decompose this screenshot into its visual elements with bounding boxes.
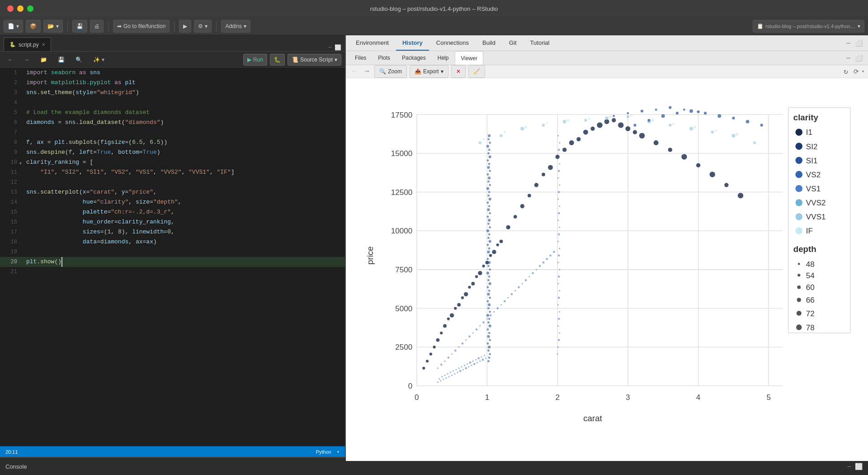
svg-point-52 — [496, 244, 499, 247]
line-number: 16 — [0, 217, 23, 227]
forward-nav-icon[interactable]: → — [362, 66, 372, 77]
tab-help[interactable]: Help — [432, 51, 454, 65]
tab-git[interactable]: Git — [503, 35, 523, 51]
find-button[interactable]: 🔍 — [71, 54, 86, 66]
run-button[interactable]: ▶ Run — [243, 54, 267, 66]
svg-text:1: 1 — [485, 393, 490, 402]
svg-point-44 — [468, 286, 471, 289]
maximize-button[interactable] — [27, 5, 33, 12]
tab-name: script.py — [19, 42, 39, 48]
svg-point-230 — [559, 248, 561, 249]
svg-point-181 — [437, 368, 439, 369]
svg-point-60 — [548, 165, 553, 170]
broom-button[interactable]: 🧹 — [468, 65, 485, 78]
plot-area: 17500 15000 12500 10000 7500 5000 2500 0… — [346, 78, 868, 461]
svg-point-42 — [461, 296, 464, 299]
back-button[interactable]: ← — [4, 54, 17, 66]
svg-point-153 — [447, 373, 448, 375]
svg-point-130 — [486, 187, 489, 190]
tab-build[interactable]: Build — [476, 35, 502, 51]
svg-point-290 — [697, 110, 700, 113]
svg-point-106 — [486, 272, 489, 275]
code-line-content: data=diamonds, ax=ax) — [23, 237, 345, 247]
svg-point-215 — [557, 353, 558, 355]
svg-point-231 — [557, 241, 559, 242]
tab-viewer[interactable]: Viewer — [455, 51, 483, 65]
table-row: 16 hue_order=clarity_ranking, — [0, 217, 345, 227]
line-number: 15 — [0, 207, 23, 217]
line-number: 3 — [0, 88, 23, 98]
tab-history[interactable]: History — [396, 35, 429, 51]
forward-button[interactable]: → — [20, 54, 33, 66]
svg-point-273 — [736, 133, 738, 136]
table-row: 5 # Load the example diamonds dataset — [0, 108, 345, 118]
code-line-content: import matplotlib.pyplot as plt — [23, 78, 345, 88]
save-editor-button[interactable]: 💾 — [54, 54, 69, 66]
export-button[interactable]: 📤 Export ▾ — [410, 65, 448, 78]
maximize-console-icon[interactable]: ⬜ — [855, 463, 863, 470]
export-label: Export — [423, 68, 439, 75]
python-file-icon: 🐍 — [9, 42, 16, 48]
code-line-content: "I1", "SI2", "SI1", "VS2", "VS1", "VVS2"… — [23, 167, 345, 177]
svg-text:48: 48 — [806, 260, 815, 269]
refresh-icon[interactable]: ↻ — [844, 67, 848, 76]
new-project-button[interactable]: 📦 — [26, 20, 41, 33]
minimize-panel-icon[interactable]: — — [845, 38, 852, 48]
svg-point-213 — [550, 255, 552, 257]
svg-point-261 — [483, 138, 485, 141]
tab-close-icon[interactable]: ✕ — [42, 42, 45, 47]
svg-point-98 — [487, 300, 489, 303]
broom-icon: 🧹 — [473, 68, 480, 75]
svg-point-101 — [488, 290, 491, 292]
tab-files[interactable]: Files — [349, 51, 372, 65]
svg-point-281 — [732, 117, 735, 119]
table-row: 10 ▼ clarity_ranking = [ — [0, 157, 345, 167]
svg-point-265 — [567, 119, 570, 122]
svg-point-191 — [472, 332, 474, 334]
show-in-files-button[interactable]: 📁 — [36, 54, 51, 66]
tab-tutorial[interactable]: Tutorial — [524, 35, 556, 51]
addins-button[interactable]: Addins ▾ — [221, 20, 250, 33]
svg-point-92 — [488, 322, 490, 324]
maximize-panel-icon[interactable]: ⬜ — [853, 38, 864, 49]
source-script-button[interactable]: 📜 Source Script ▾ — [288, 54, 341, 66]
code-area[interactable]: 1 import seaborn as sns 2 import matplot… — [0, 68, 345, 446]
settings-button[interactable]: ⚙ ▾ — [194, 20, 212, 33]
line-number: 19 — [0, 247, 23, 257]
svg-point-195 — [486, 318, 488, 320]
print-button[interactable]: 🖨 — [90, 20, 104, 33]
svg-point-217 — [558, 339, 560, 342]
svg-point-79 — [725, 183, 729, 187]
svg-text:0: 0 — [415, 393, 419, 402]
code-line-content: f, ax = plt.subplots(figsize=(6.5, 6.5)) — [23, 138, 345, 147]
run-all-button[interactable]: ▶ — [179, 20, 191, 33]
table-row: 11 "I1", "SI2", "SI1", "VS2", "VS1", "VV… — [0, 167, 345, 177]
tab-plots[interactable]: Plots — [373, 51, 396, 65]
project-button[interactable]: 📋 rstudio-blog – post/rstudio-v1.4-pytho… — [753, 20, 864, 33]
minimize-viewer-icon[interactable]: — — [845, 52, 852, 63]
back-nav-icon[interactable]: ← — [349, 66, 359, 77]
delete-plot-button[interactable]: ✕ — [451, 65, 466, 78]
tab-environment[interactable]: Environment — [349, 35, 395, 51]
maximize-viewer-icon[interactable]: ⬜ — [853, 52, 864, 64]
go-to-file-button[interactable]: ➡ Go to file/function — [113, 20, 170, 33]
new-file-button[interactable]: 📄 ▾ — [4, 20, 23, 33]
sync-icon[interactable]: ⟳ — [854, 68, 859, 76]
code-tools-button[interactable]: ✨ ▾ — [89, 54, 108, 66]
table-row: 18 data=diamonds, ax=ax) — [0, 237, 345, 247]
minimize-button[interactable] — [17, 5, 24, 12]
svg-point-143 — [489, 142, 491, 144]
collapse-editor-icon[interactable]: — — [329, 44, 332, 51]
language-dropdown-icon[interactable]: ▾ — [337, 449, 340, 455]
minimize-console-icon[interactable]: — — [848, 463, 851, 470]
close-button[interactable] — [7, 5, 14, 12]
expand-editor-icon[interactable]: ⬜ — [335, 44, 341, 51]
open-file-button[interactable]: 📂 ▾ — [43, 20, 63, 33]
tab-connections[interactable]: Connections — [430, 35, 475, 51]
tab-packages[interactable]: Packages — [396, 51, 431, 65]
script-tab[interactable]: 🐍 script.py ✕ — [4, 38, 51, 51]
svg-point-33 — [429, 353, 432, 356]
zoom-button[interactable]: 🔍 Zoom — [374, 65, 407, 78]
save-button[interactable]: 💾 — [72, 20, 87, 33]
debug-button[interactable]: 🐛 — [270, 54, 285, 66]
